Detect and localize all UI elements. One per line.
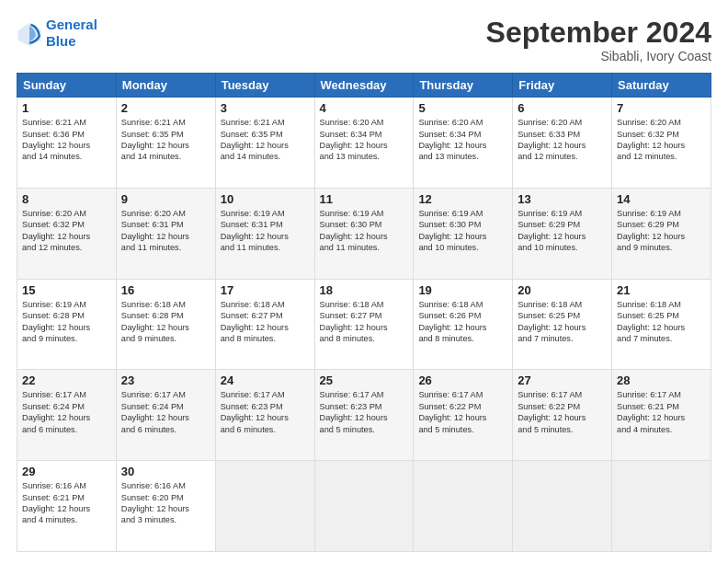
day-number: 18 [320, 283, 409, 297]
calendar-day-header: Monday [116, 74, 215, 98]
day-number: 29 [22, 465, 111, 478]
cell-info: Sunrise: 6:21 AMSunset: 6:36 PMDaylight:… [22, 117, 111, 163]
day-number: 11 [320, 192, 409, 206]
day-number: 2 [121, 101, 210, 115]
cell-info: Sunrise: 6:19 AMSunset: 6:31 PMDaylight:… [221, 208, 310, 254]
cell-info: Sunrise: 6:17 AMSunset: 6:24 PMDaylight:… [121, 389, 210, 435]
calendar-cell: 3Sunrise: 6:21 AMSunset: 6:35 PMDaylight… [215, 98, 314, 189]
logo: General Blue [17, 17, 97, 50]
day-number: 13 [518, 192, 607, 206]
day-number: 21 [617, 283, 706, 297]
calendar-cell: 8Sunrise: 6:20 AMSunset: 6:32 PMDaylight… [17, 188, 117, 279]
day-number: 27 [518, 373, 607, 387]
calendar-cell: 24Sunrise: 6:17 AMSunset: 6:23 PMDayligh… [215, 370, 314, 461]
logo-icon [17, 20, 42, 46]
calendar-cell: 6Sunrise: 6:20 AMSunset: 6:33 PMDaylight… [513, 98, 612, 189]
calendar-day-header: Saturday [612, 74, 711, 98]
calendar-cell: 12Sunrise: 6:19 AMSunset: 6:30 PMDayligh… [414, 188, 513, 279]
calendar-table: SundayMondayTuesdayWednesdayThursdayFrid… [17, 73, 711, 552]
calendar-week-row: 15Sunrise: 6:19 AMSunset: 6:28 PMDayligh… [17, 279, 711, 370]
day-number: 17 [221, 283, 310, 297]
day-number: 1 [22, 101, 111, 115]
day-number: 12 [418, 192, 507, 206]
cell-info: Sunrise: 6:20 AMSunset: 6:32 PMDaylight:… [22, 208, 111, 254]
calendar-week-row: 22Sunrise: 6:17 AMSunset: 6:24 PMDayligh… [17, 370, 711, 461]
calendar-cell: 20Sunrise: 6:18 AMSunset: 6:25 PMDayligh… [513, 279, 612, 370]
day-number: 22 [22, 373, 111, 387]
day-number: 23 [121, 373, 210, 387]
calendar-cell: 1Sunrise: 6:21 AMSunset: 6:36 PMDaylight… [17, 98, 117, 189]
cell-info: Sunrise: 6:20 AMSunset: 6:33 PMDaylight:… [518, 117, 607, 163]
cell-info: Sunrise: 6:18 AMSunset: 6:25 PMDaylight:… [518, 299, 607, 345]
day-number: 10 [221, 192, 310, 206]
day-number: 15 [22, 283, 111, 297]
calendar-week-row: 29Sunrise: 6:16 AMSunset: 6:21 PMDayligh… [17, 461, 711, 552]
cell-info: Sunrise: 6:19 AMSunset: 6:29 PMDaylight:… [617, 208, 706, 254]
calendar-cell: 5Sunrise: 6:20 AMSunset: 6:34 PMDaylight… [414, 98, 513, 189]
cell-info: Sunrise: 6:16 AMSunset: 6:20 PMDaylight:… [121, 480, 210, 526]
logo-general: General [46, 17, 97, 32]
calendar-cell: 18Sunrise: 6:18 AMSunset: 6:27 PMDayligh… [314, 279, 414, 370]
calendar-week-row: 1Sunrise: 6:21 AMSunset: 6:36 PMDaylight… [17, 98, 711, 189]
cell-info: Sunrise: 6:19 AMSunset: 6:29 PMDaylight:… [518, 208, 607, 254]
calendar-cell: 7Sunrise: 6:20 AMSunset: 6:32 PMDaylight… [612, 98, 711, 189]
page: General Blue September 2024 Sibabli, Ivo… [0, 0, 728, 563]
calendar-cell: 21Sunrise: 6:18 AMSunset: 6:25 PMDayligh… [612, 279, 711, 370]
calendar-cell: 23Sunrise: 6:17 AMSunset: 6:24 PMDayligh… [116, 370, 215, 461]
calendar-cell: 11Sunrise: 6:19 AMSunset: 6:30 PMDayligh… [314, 188, 414, 279]
calendar-cell [314, 461, 414, 552]
cell-info: Sunrise: 6:17 AMSunset: 6:24 PMDaylight:… [22, 389, 111, 435]
cell-info: Sunrise: 6:18 AMSunset: 6:28 PMDaylight:… [121, 299, 210, 345]
day-number: 3 [221, 101, 310, 115]
logo-blue: Blue [46, 33, 76, 49]
cell-info: Sunrise: 6:17 AMSunset: 6:22 PMDaylight:… [518, 389, 607, 435]
cell-info: Sunrise: 6:18 AMSunset: 6:27 PMDaylight:… [320, 299, 409, 345]
cell-info: Sunrise: 6:20 AMSunset: 6:34 PMDaylight:… [418, 117, 507, 163]
cell-info: Sunrise: 6:20 AMSunset: 6:34 PMDaylight:… [320, 117, 409, 163]
calendar-cell: 30Sunrise: 6:16 AMSunset: 6:20 PMDayligh… [116, 461, 215, 552]
cell-info: Sunrise: 6:20 AMSunset: 6:32 PMDaylight:… [617, 117, 706, 163]
calendar-cell: 26Sunrise: 6:17 AMSunset: 6:22 PMDayligh… [414, 370, 513, 461]
cell-info: Sunrise: 6:17 AMSunset: 6:21 PMDaylight:… [617, 389, 706, 435]
calendar-day-header: Thursday [414, 74, 513, 98]
cell-info: Sunrise: 6:19 AMSunset: 6:28 PMDaylight:… [22, 299, 111, 345]
cell-info: Sunrise: 6:17 AMSunset: 6:23 PMDaylight:… [221, 389, 310, 435]
cell-info: Sunrise: 6:18 AMSunset: 6:25 PMDaylight:… [617, 299, 706, 345]
calendar-day-header: Tuesday [215, 74, 314, 98]
calendar-cell [414, 461, 513, 552]
day-number: 19 [418, 283, 507, 297]
day-number: 20 [518, 283, 607, 297]
month-title: September 2024 [486, 17, 711, 49]
calendar-day-header: Sunday [17, 74, 117, 98]
calendar-cell: 13Sunrise: 6:19 AMSunset: 6:29 PMDayligh… [513, 188, 612, 279]
calendar-cell: 29Sunrise: 6:16 AMSunset: 6:21 PMDayligh… [17, 461, 117, 552]
cell-info: Sunrise: 6:19 AMSunset: 6:30 PMDaylight:… [418, 208, 507, 254]
cell-info: Sunrise: 6:16 AMSunset: 6:21 PMDaylight:… [22, 480, 111, 526]
calendar-day-header: Wednesday [314, 74, 414, 98]
calendar-cell [513, 461, 612, 552]
cell-info: Sunrise: 6:17 AMSunset: 6:22 PMDaylight:… [418, 389, 507, 435]
calendar-cell: 22Sunrise: 6:17 AMSunset: 6:24 PMDayligh… [17, 370, 117, 461]
logo-text: General Blue [46, 17, 97, 50]
calendar-header-row: SundayMondayTuesdayWednesdayThursdayFrid… [17, 74, 711, 98]
calendar-cell [612, 461, 711, 552]
calendar-week-row: 8Sunrise: 6:20 AMSunset: 6:32 PMDaylight… [17, 188, 711, 279]
calendar-cell: 4Sunrise: 6:20 AMSunset: 6:34 PMDaylight… [314, 98, 414, 189]
day-number: 8 [22, 192, 111, 206]
cell-info: Sunrise: 6:17 AMSunset: 6:23 PMDaylight:… [320, 389, 409, 435]
calendar-cell: 27Sunrise: 6:17 AMSunset: 6:22 PMDayligh… [513, 370, 612, 461]
day-number: 30 [121, 465, 210, 478]
calendar-cell: 15Sunrise: 6:19 AMSunset: 6:28 PMDayligh… [17, 279, 117, 370]
day-number: 16 [121, 283, 210, 297]
calendar-cell: 16Sunrise: 6:18 AMSunset: 6:28 PMDayligh… [116, 279, 215, 370]
calendar-day-header: Friday [513, 74, 612, 98]
calendar-cell [215, 461, 314, 552]
day-number: 9 [121, 192, 210, 206]
calendar-cell: 9Sunrise: 6:20 AMSunset: 6:31 PMDaylight… [116, 188, 215, 279]
location: Sibabli, Ivory Coast [486, 49, 711, 63]
day-number: 6 [518, 101, 607, 115]
cell-info: Sunrise: 6:18 AMSunset: 6:26 PMDaylight:… [418, 299, 507, 345]
calendar-cell: 2Sunrise: 6:21 AMSunset: 6:35 PMDaylight… [116, 98, 215, 189]
calendar-cell: 19Sunrise: 6:18 AMSunset: 6:26 PMDayligh… [414, 279, 513, 370]
calendar-cell: 17Sunrise: 6:18 AMSunset: 6:27 PMDayligh… [215, 279, 314, 370]
